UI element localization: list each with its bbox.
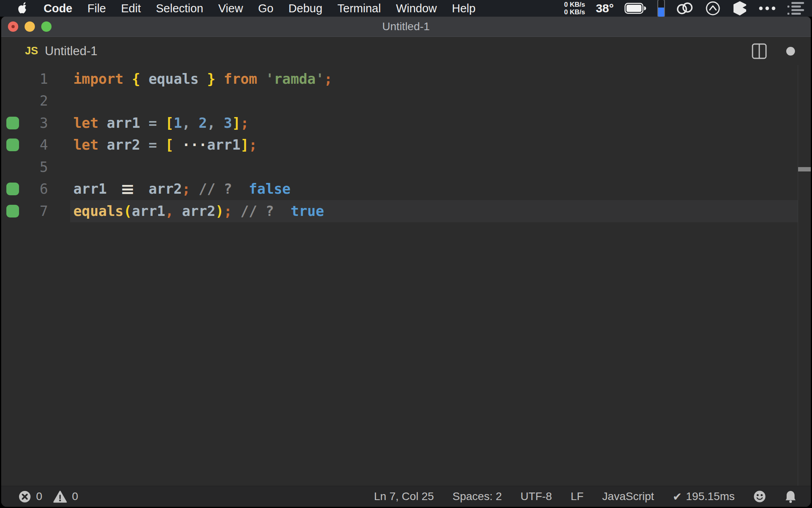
status-bar: 0 0 Ln 7, Col 25Spaces: 2UTF-8LFJavaScri…: [1, 486, 811, 507]
line-number: 4: [24, 137, 48, 153]
run-time: 195.15ms: [686, 490, 735, 503]
list-menu-item[interactable]: [787, 2, 805, 15]
code-line-5[interactable]: 5: [1, 156, 811, 178]
ellipsis-icon: [758, 6, 776, 10]
gutter-glyph-margin: [1, 183, 24, 195]
menu-item-file[interactable]: File: [88, 2, 106, 15]
code-line-1[interactable]: 1import { equals } from 'ramda';: [1, 68, 811, 90]
code-lines: 1import { equals } from 'ramda';23let ar…: [1, 65, 811, 222]
check-icon: ✔: [673, 490, 682, 503]
code-line-2[interactable]: 2: [1, 90, 811, 112]
menu-item-terminal[interactable]: Terminal: [337, 2, 381, 15]
feedback-smiley-icon[interactable]: [753, 490, 766, 503]
code-text: import { equals } from 'ramda';: [48, 71, 332, 87]
more-menu-item[interactable]: [758, 6, 776, 10]
code-text: let arr2 = [ ···arr1];: [48, 137, 257, 153]
menu-bar-extras: 0 KB/s 0 KB/s 38°: [564, 0, 805, 17]
menu-item-edit[interactable]: Edit: [121, 2, 141, 15]
warnings-count: 0: [72, 490, 79, 503]
status-language[interactable]: JavaScript: [602, 490, 654, 503]
line-number: 5: [24, 159, 48, 175]
quokka-coverage-marker: [6, 183, 19, 195]
errors-count: 0: [36, 490, 42, 503]
quokka-coverage-marker: [6, 205, 19, 217]
circle-chevron-menu-item[interactable]: [705, 0, 721, 17]
tab-filename[interactable]: Untitled-1: [45, 44, 98, 58]
code-line-3[interactable]: 3let arr1 = [1, 2, 3];: [1, 112, 811, 134]
status-encoding[interactable]: UTF-8: [521, 490, 552, 503]
box-icon: [732, 0, 748, 17]
linked-rings-icon: [676, 0, 694, 17]
cursor-position-marker: [798, 167, 811, 171]
menu-item-view[interactable]: View: [218, 2, 243, 15]
gutter-glyph-margin: [1, 117, 24, 129]
minimize-button[interactable]: [25, 21, 35, 32]
blue-level-icon: [657, 0, 665, 17]
traffic-lights: [8, 17, 52, 37]
errors-icon: [19, 491, 31, 503]
close-button[interactable]: [8, 21, 18, 32]
net-up-label: 0 KB/s: [564, 1, 585, 8]
apple-icon: [17, 2, 29, 15]
zoom-button[interactable]: [41, 21, 52, 32]
warnings-icon: [53, 491, 67, 503]
code-text: arr1 ≡ arr2; // ? false: [48, 181, 291, 197]
status-cursor-position[interactable]: Ln 7, Col 25: [374, 490, 434, 503]
code-text: equals(arr1, arr2); // ? true: [48, 203, 324, 219]
overview-ruler[interactable]: [798, 65, 811, 486]
status-indentation[interactable]: Spaces: 2: [452, 490, 502, 503]
line-number: 6: [24, 181, 48, 197]
code-editor[interactable]: 1import { equals } from 'ramda';23let ar…: [1, 65, 811, 486]
window-title: Untitled-1: [382, 20, 430, 33]
status-items: Ln 7, Col 25Spaces: 2UTF-8LFJavaScript: [374, 490, 654, 503]
problems-indicator[interactable]: 0 0: [19, 490, 84, 503]
status-bar-right: Ln 7, Col 25Spaces: 2UTF-8LFJavaScript ✔…: [374, 490, 797, 503]
linked-rings-menu-item[interactable]: [676, 0, 694, 17]
line-number: 1: [24, 71, 48, 87]
unsaved-changes-indicator[interactable]: [786, 47, 795, 56]
editor-tab-bar: JS Untitled-1: [1, 37, 811, 65]
code-line-6[interactable]: 6arr1 ≡ arr2; // ? false: [1, 178, 811, 200]
menu-item-selection[interactable]: Selection: [156, 2, 203, 15]
javascript-file-icon: JS: [25, 45, 38, 57]
menu-items: CodeFileEditSelectionViewGoDebugTerminal…: [44, 2, 475, 15]
quokka-coverage-marker: [6, 117, 19, 129]
apple-menu[interactable]: [17, 2, 29, 15]
code-line-4[interactable]: 4let arr2 = [ ···arr1];: [1, 134, 811, 156]
quokka-performance[interactable]: ✔ 195.15ms: [673, 490, 735, 503]
temperature-indicator[interactable]: 38°: [596, 2, 614, 15]
list-icon: [787, 2, 805, 15]
menu-item-window[interactable]: Window: [396, 2, 437, 15]
line-number: 7: [24, 203, 48, 219]
line-number: 2: [24, 93, 48, 109]
line-number: 3: [24, 115, 48, 131]
code-text: let arr1 = [1, 2, 3];: [48, 115, 249, 131]
menu-item-app[interactable]: Code: [44, 2, 73, 15]
window-titlebar[interactable]: Untitled-1: [1, 17, 811, 37]
vscode-window: Untitled-1 JS Untitled-1 1import { equal…: [1, 17, 811, 507]
quokka-coverage-marker: [6, 139, 19, 151]
code-line-7[interactable]: 7equals(arr1, arr2); // ? true: [1, 200, 811, 222]
macos-menu-bar: CodeFileEditSelectionViewGoDebugTerminal…: [0, 0, 812, 17]
battery-indicator[interactable]: [624, 3, 647, 14]
box-menu-item[interactable]: [732, 0, 748, 17]
gutter-glyph-margin: [1, 205, 24, 217]
status-eol[interactable]: LF: [571, 490, 584, 503]
menu-item-help[interactable]: Help: [452, 2, 476, 15]
display-level-indicator[interactable]: [657, 0, 665, 17]
net-down-label: 0 KB/s: [564, 8, 585, 16]
network-speed-indicator[interactable]: 0 KB/s 0 KB/s: [564, 1, 585, 16]
battery-icon: [624, 3, 647, 14]
menu-item-go[interactable]: Go: [258, 2, 274, 15]
notifications-bell-icon[interactable]: [785, 490, 797, 503]
gutter-glyph-margin: [1, 139, 24, 151]
tab-actions: [751, 43, 795, 59]
circle-chevron-icon: [705, 0, 721, 17]
menu-item-debug[interactable]: Debug: [289, 2, 322, 15]
split-editor-icon[interactable]: [751, 43, 767, 59]
